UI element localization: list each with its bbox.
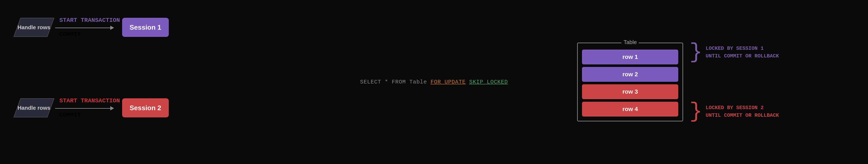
table-row-4: row 4 <box>582 102 678 117</box>
braces-container: } LOCKED BY SESSION 1 UNTIL COMMIT OR RO… <box>689 42 779 122</box>
session1-arrowhead <box>110 26 114 30</box>
space <box>466 79 469 85</box>
session2-diamond: Handle rows <box>13 98 55 118</box>
session2-arrow <box>55 106 120 110</box>
table-row-1-label: row 1 <box>622 54 638 60</box>
select-keyword: SELECT * FROM Table <box>360 79 430 85</box>
session2-row: Handle rows START TRANSACTION COMMIT Ses… <box>17 97 169 118</box>
session1-box: Session 1 <box>122 18 169 37</box>
session2-commit-cmd: COMMIT <box>59 112 120 118</box>
table-rows: row 1 row 2 row 3 row 4 <box>582 50 678 117</box>
session2-diamond-label: Handle rows <box>18 105 51 111</box>
brace-symbol-1: } <box>689 42 702 63</box>
session2-box-label: Session 2 <box>129 104 161 112</box>
table-row-2-label: row 2 <box>622 71 638 78</box>
brace-2-text: LOCKED BY SESSION 2 UNTIL COMMIT OR ROLL… <box>706 104 779 119</box>
for-update-keyword: FOR UPDATE <box>430 79 466 85</box>
table-row-4-label: row 4 <box>622 106 638 112</box>
session2-arrowhead <box>110 106 114 110</box>
table-row-2: row 2 <box>582 67 678 82</box>
table-row-3-label: row 3 <box>622 88 638 95</box>
session1-box-label: Session 1 <box>129 24 161 31</box>
table-row-3: row 3 <box>582 84 678 99</box>
brace-group-1: } LOCKED BY SESSION 1 UNTIL COMMIT OR RO… <box>689 42 779 63</box>
session2-box: Session 2 <box>122 98 169 118</box>
diagram: Handle rows START TRANSACTION COMMIT Ses… <box>0 0 868 164</box>
session1-commit-cmd: COMMIT <box>59 31 120 38</box>
session1-arrow-area: START TRANSACTION COMMIT <box>55 17 120 38</box>
session1-diamond-label: Handle rows <box>18 24 51 31</box>
select-query-area: SELECT * FROM Table FOR UPDATE SKIP LOCK… <box>360 79 508 85</box>
brace-symbol-2: } <box>689 101 702 122</box>
table-box: Table row 1 row 2 row 3 row 4 <box>577 42 683 122</box>
brace-group-2: } LOCKED BY SESSION 2 UNTIL COMMIT OR RO… <box>689 101 779 122</box>
brace-label-1: LOCKED BY SESSION 1 UNTIL COMMIT OR ROLL… <box>706 45 779 60</box>
session1-start-cmd: START TRANSACTION <box>59 17 120 24</box>
skip-locked-keyword: SKIP LOCKED <box>469 79 508 85</box>
table-row-1: row 1 <box>582 50 678 64</box>
session1-diamond: Handle rows <box>13 18 55 37</box>
session1-arrow <box>55 26 120 30</box>
table-title: Table <box>621 39 639 45</box>
select-query: SELECT * FROM Table FOR UPDATE SKIP LOCK… <box>360 79 508 85</box>
brace-1-text: LOCKED BY SESSION 1 UNTIL COMMIT OR ROLL… <box>706 45 779 60</box>
session2-arrow-area: START TRANSACTION COMMIT <box>55 97 120 118</box>
table-section: Table row 1 row 2 row 3 row 4 } <box>577 42 779 122</box>
session2-start-cmd: START TRANSACTION <box>59 97 120 104</box>
brace-label-2: LOCKED BY SESSION 2 UNTIL COMMIT OR ROLL… <box>706 104 779 119</box>
session1-arrow-line <box>55 28 110 28</box>
session1-row: Handle rows START TRANSACTION COMMIT Ses… <box>17 17 169 38</box>
session2-arrow-line <box>55 108 110 109</box>
